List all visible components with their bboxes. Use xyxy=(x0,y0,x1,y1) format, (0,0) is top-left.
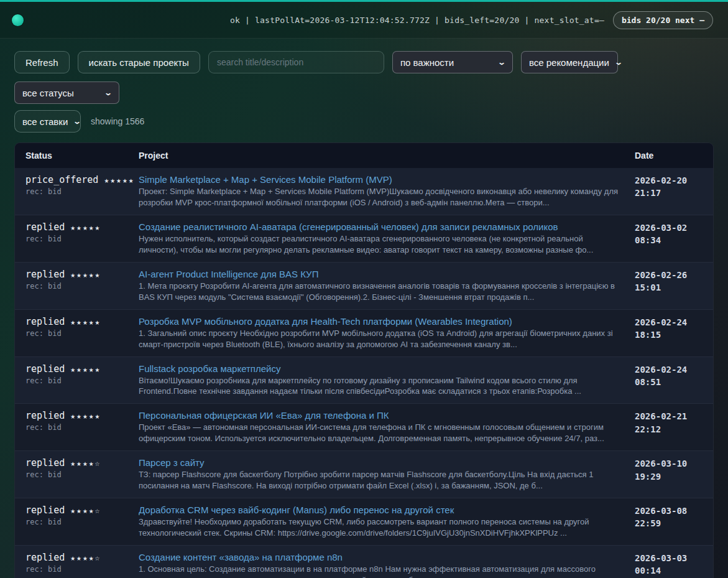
sort-select[interactable]: по важности ⌄ xyxy=(392,51,513,73)
table-row: replied ★★★★★ rec: bid Fullstack розробк… xyxy=(15,357,713,404)
recommendation-label: rec: bid xyxy=(25,565,139,574)
date-cell: 2026-03-02 08:34 xyxy=(635,221,714,256)
status-label: replied xyxy=(25,269,65,280)
status-cell: price_offered ★★★★★ rec: bid xyxy=(25,174,139,208)
date-cell: 2026-03-03 00:14 xyxy=(635,552,714,578)
chevron-down-icon: ⌄ xyxy=(497,58,506,67)
recommendation-label: rec: bid xyxy=(25,376,139,385)
project-description: Нужен исполнитель, который создаст реали… xyxy=(139,233,621,256)
showing-count-text: showing 1566 xyxy=(91,116,144,126)
date-value: 2026-02-26 xyxy=(635,269,714,281)
date-value: 2026-02-24 xyxy=(635,363,714,376)
date-value: 2026-03-02 xyxy=(635,221,714,234)
table-row: replied ★★★★☆ rec: bid Парсер з сайту ТЗ… xyxy=(15,451,713,498)
poll-status-text: ok | lastPollAt=2026-03-12T12:04:52.772Z… xyxy=(230,16,604,25)
rating-stars-icon: ★★★★★ xyxy=(70,365,101,374)
time-value: 15:01 xyxy=(635,281,714,294)
rating-stars-icon: ★★★★☆ xyxy=(70,506,101,515)
project-description: Проект «Ева» — автономная персональная И… xyxy=(139,422,621,444)
time-value: 08:51 xyxy=(635,376,714,388)
column-header-project: Project xyxy=(139,151,635,161)
table-row: price_offered ★★★★★ rec: bid Simple Mark… xyxy=(15,168,713,215)
date-cell: 2026-02-24 08:51 xyxy=(635,363,714,398)
date-cell: 2026-03-08 22:59 xyxy=(635,505,714,539)
status-cell: replied ★★★★☆ rec: bid xyxy=(25,552,139,578)
recommendation-label: rec: bid xyxy=(25,235,139,243)
project-cell: Fullstack розробка маркетплейсу Вітаємо!… xyxy=(139,363,635,398)
time-value: 22:59 xyxy=(635,517,714,529)
chevron-down-icon: ⌄ xyxy=(104,88,113,97)
time-value: 19:29 xyxy=(635,470,714,483)
date-cell: 2026-02-24 18:15 xyxy=(635,316,714,350)
bids-filter-select[interactable]: все ставки ⌄ xyxy=(14,110,81,133)
table-header-row: Status Project Date xyxy=(15,143,713,168)
project-title-link[interactable]: Доработка CRM через вайб-кодинг (Manus) … xyxy=(139,505,621,515)
time-value: 22:12 xyxy=(635,423,714,436)
project-title-link[interactable]: Персональная офицерская ИИ «Ева» для тел… xyxy=(139,410,621,421)
status-select[interactable]: все статусы ⌄ xyxy=(14,82,119,104)
date-value: 2026-03-10 xyxy=(635,457,714,470)
table-row: replied ★★★★★ rec: bid Создание реалисти… xyxy=(15,215,713,263)
recommendation-label: rec: bid xyxy=(25,187,139,196)
recommendation-select[interactable]: все рекомендации ⌄ xyxy=(521,51,618,73)
status-cell: replied ★★★★★ rec: bid xyxy=(25,410,139,444)
search-input[interactable] xyxy=(208,51,384,73)
recommendation-label: rec: bid xyxy=(25,282,139,291)
table-row: replied ★★★★★ rec: bid Персональная офиц… xyxy=(15,404,713,451)
status-indicator-dot-icon xyxy=(12,14,24,26)
bids-filter-select-value: все ставки xyxy=(22,116,68,127)
project-title-link[interactable]: Fullstack розробка маркетплейсу xyxy=(139,363,621,374)
status-label: replied xyxy=(25,505,65,516)
project-title-link[interactable]: Создание реалистичного AI-аватара (сгене… xyxy=(139,221,621,232)
time-value: 08:34 xyxy=(635,234,714,246)
recommendation-label: rec: bid xyxy=(25,470,139,479)
status-cell: replied ★★★★★ rec: bid xyxy=(25,363,139,398)
status-label: replied xyxy=(25,457,65,468)
top-status-bar: ok | lastPollAt=2026-03-12T12:04:52.772Z… xyxy=(0,0,728,39)
filter-toolbar-row2: все ставки ⌄ showing 1566 xyxy=(0,104,728,133)
status-label: replied xyxy=(25,221,65,233)
date-value: 2026-02-24 xyxy=(635,316,714,329)
search-old-projects-button[interactable]: искать старые проекты xyxy=(78,51,200,73)
date-cell: 2026-03-10 19:29 xyxy=(635,457,714,492)
project-description: Проект: Simple Marketplace + Map + Servi… xyxy=(139,186,621,208)
chevron-down-icon: ⌄ xyxy=(614,58,623,67)
project-cell: Парсер з сайту ТЗ: парсер Flashscore для… xyxy=(139,457,635,492)
project-title-link[interactable]: Розробка MVP мобільного додатка для Heal… xyxy=(139,316,621,327)
rating-stars-icon: ★★★★★ xyxy=(70,223,101,232)
column-header-status: Status xyxy=(25,151,139,161)
project-title-link[interactable]: AI-агент Product Intelligence для BAS КУ… xyxy=(139,269,621,279)
date-cell: 2026-02-20 21:17 xyxy=(635,174,714,208)
status-cell: replied ★★★★★ rec: bid xyxy=(25,316,139,350)
projects-table: Status Project Date price_offered ★★★★★ … xyxy=(14,142,714,578)
project-cell: Simple Marketplace + Map + Services Mobi… xyxy=(139,174,635,208)
project-cell: Розробка MVP мобільного додатка для Heal… xyxy=(139,316,635,350)
status-label: replied xyxy=(25,363,65,375)
time-value: 00:14 xyxy=(635,564,714,577)
date-value: 2026-03-03 xyxy=(635,552,714,564)
sort-select-value: по важности xyxy=(400,57,454,68)
project-cell: Персональная офицерская ИИ «Ева» для тел… xyxy=(139,410,635,444)
rating-stars-icon: ★★★★★ xyxy=(70,317,101,327)
recommendation-label: rec: bid xyxy=(25,423,139,432)
chevron-down-icon: ⌄ xyxy=(73,117,82,126)
table-body: price_offered ★★★★★ rec: bid Simple Mark… xyxy=(15,168,713,578)
refresh-button[interactable]: Refresh xyxy=(14,51,70,73)
project-title-link[interactable]: Парсер з сайту xyxy=(139,457,621,468)
table-row: replied ★★★★★ rec: bid Розробка MVP мобі… xyxy=(15,310,713,357)
project-description: ТЗ: парсер Flashscore для баскетболу Пот… xyxy=(139,469,621,492)
recommendation-select-value: все рекомендации xyxy=(529,57,609,68)
project-description: 1. Загальний опис проєкту Необхідно розр… xyxy=(139,328,621,350)
recommendation-label: rec: bid xyxy=(25,518,139,526)
rating-stars-icon: ★★★★★ xyxy=(70,270,101,279)
project-title-link[interactable]: Создание контент «завода» на платформе n… xyxy=(139,552,621,562)
date-value: 2026-02-21 xyxy=(635,410,714,422)
recommendation-label: rec: bid xyxy=(25,329,139,338)
bids-counter-button[interactable]: bids 20/20 next — xyxy=(613,11,713,29)
filter-toolbar: Refresh искать старые проекты по важност… xyxy=(0,39,728,104)
project-title-link[interactable]: Simple Marketplace + Map + Services Mobi… xyxy=(139,174,621,185)
rating-stars-icon: ★★★★☆ xyxy=(70,553,101,562)
status-cell: replied ★★★★☆ rec: bid xyxy=(25,505,139,539)
status-cell: replied ★★★★☆ rec: bid xyxy=(25,457,139,492)
status-label: replied xyxy=(25,552,65,563)
